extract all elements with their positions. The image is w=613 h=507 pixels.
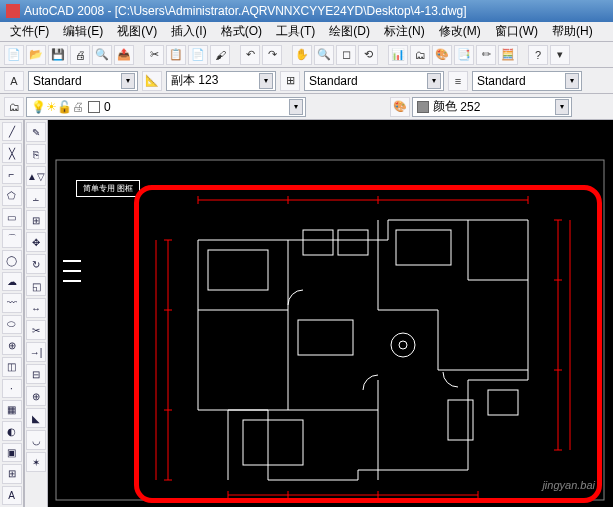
separator [232,45,238,65]
chamfer-button[interactable]: ◣ [26,408,46,428]
revcloud-button[interactable]: ☁ [2,272,22,291]
layer-color-swatch [88,101,100,113]
redo-button[interactable]: ↷ [262,45,282,65]
paste-button[interactable]: 📄 [188,45,208,65]
menu-draw[interactable]: 绘图(D) [323,22,376,41]
tool-palette-button[interactable]: 🎨 [432,45,452,65]
menu-modify[interactable]: 修改(M) [433,22,487,41]
polygon-button[interactable]: ⬠ [2,186,22,205]
move-button[interactable]: ✥ [26,232,46,252]
more-button[interactable]: ▾ [550,45,570,65]
spline-button[interactable]: 〰 [2,293,22,312]
mirror-button[interactable]: ▲▽ [26,166,46,186]
layer-current: 0 [104,100,111,114]
pan-button[interactable]: ✋ [292,45,312,65]
menu-tools[interactable]: 工具(T) [270,22,321,41]
extend-button[interactable]: →| [26,342,46,362]
table-style-icon[interactable]: ⊞ [280,71,300,91]
xline-button[interactable]: ╳ [2,143,22,162]
scale-button[interactable]: ◱ [26,276,46,296]
match-button[interactable]: 🖌 [210,45,230,65]
dropdown-icon[interactable]: ▾ [289,99,303,115]
copy-button[interactable]: 📋 [166,45,186,65]
circle-button[interactable]: ◯ [2,250,22,269]
break-button[interactable]: ⊟ [26,364,46,384]
menu-dim[interactable]: 标注(N) [378,22,431,41]
help-button[interactable]: ? [528,45,548,65]
undo-button[interactable]: ↶ [240,45,260,65]
block-button[interactable]: ◫ [2,357,22,376]
color-button[interactable]: 🎨 [390,97,410,117]
menu-format[interactable]: 格式(O) [215,22,268,41]
svg-rect-6 [243,420,303,465]
new-button[interactable]: 📄 [4,45,24,65]
properties-button[interactable]: 📊 [388,45,408,65]
menu-bar: 文件(F) 编辑(E) 视图(V) 插入(I) 格式(O) 工具(T) 绘图(D… [0,22,613,42]
menu-help[interactable]: 帮助(H) [546,22,599,41]
rect-button[interactable]: ▭ [2,208,22,227]
hatch-button[interactable]: ▦ [2,400,22,419]
menu-window[interactable]: 窗口(W) [489,22,544,41]
cut-button[interactable]: ✂ [144,45,164,65]
color-value: 252 [460,100,480,114]
arc-button[interactable]: ⌒ [2,229,22,248]
print-preview-button[interactable]: 🔍 [92,45,112,65]
explode-button[interactable]: ✶ [26,452,46,472]
line-button[interactable]: ╱ [2,122,22,141]
calc-button[interactable]: 🧮 [498,45,518,65]
styles-toolbar: A Standard ▾ 📐 副本 123 ▾ ⊞ Standard ▾ ≡ S… [0,68,613,94]
stretch-button[interactable]: ↔ [26,298,46,318]
rotate-button[interactable]: ↻ [26,254,46,274]
offset-button[interactable]: ⫠ [26,188,46,208]
dropdown-icon[interactable]: ▾ [555,99,569,115]
gradient-button[interactable]: ◐ [2,421,22,440]
open-button[interactable]: 📂 [26,45,46,65]
save-button[interactable]: 💾 [48,45,68,65]
trim-button[interactable]: ✂ [26,320,46,340]
pline-button[interactable]: ⌐ [2,165,22,184]
print-button[interactable]: 🖨 [70,45,90,65]
menu-edit[interactable]: 编辑(E) [57,22,109,41]
dropdown-icon[interactable]: ▾ [565,73,579,89]
table-style-combo[interactable]: Standard ▾ [304,71,444,91]
ellipse-button[interactable]: ⬭ [2,315,22,334]
region-button[interactable]: ▣ [2,443,22,462]
ml-style-value: Standard [477,74,526,88]
dim-style-combo[interactable]: 副本 123 ▾ [166,71,276,91]
publish-button[interactable]: 📤 [114,45,134,65]
menu-insert[interactable]: 插入(I) [165,22,212,41]
copy-button[interactable]: ⎘ [26,144,46,164]
zoom-prev-button[interactable]: ⟲ [358,45,378,65]
zoom-button[interactable]: 🔍 [314,45,334,65]
dropdown-icon[interactable]: ▾ [427,73,441,89]
menu-file[interactable]: 文件(F) [4,22,55,41]
dropdown-icon[interactable]: ▾ [121,73,135,89]
fillet-button[interactable]: ◡ [26,430,46,450]
svg-rect-2 [303,230,333,255]
insert-button[interactable]: ⊕ [2,336,22,355]
ml-style-icon[interactable]: ≡ [448,71,468,91]
zoom-window-button[interactable]: ◻ [336,45,356,65]
dim-style-icon[interactable]: 📐 [142,71,162,91]
sun-icon: ☀ [46,100,57,114]
erase-button[interactable]: ✎ [26,122,46,142]
text-button[interactable]: A [2,486,22,505]
text-style-icon[interactable]: A [4,71,24,91]
array-button[interactable]: ⊞ [26,210,46,230]
layer-combo[interactable]: 💡 ☀ 🔓 🖨 0 ▾ [26,97,306,117]
layer-manager-button[interactable]: 🗂 [4,97,24,117]
sheet-set-button[interactable]: 📑 [454,45,474,65]
point-button[interactable]: · [2,379,22,398]
svg-rect-1 [208,250,268,290]
markup-button[interactable]: ✏ [476,45,496,65]
join-button[interactable]: ⊕ [26,386,46,406]
menu-view[interactable]: 视图(V) [111,22,163,41]
drawing-canvas[interactable]: 简单专用 图框 [48,120,613,507]
design-center-button[interactable]: 🗂 [410,45,430,65]
ml-style-combo[interactable]: Standard ▾ [472,71,582,91]
table-button[interactable]: ⊞ [2,464,22,483]
color-combo[interactable]: 颜色 252 ▾ [412,97,572,117]
text-style-combo[interactable]: Standard ▾ [28,71,138,91]
dropdown-icon[interactable]: ▾ [259,73,273,89]
svg-rect-0 [56,160,604,500]
